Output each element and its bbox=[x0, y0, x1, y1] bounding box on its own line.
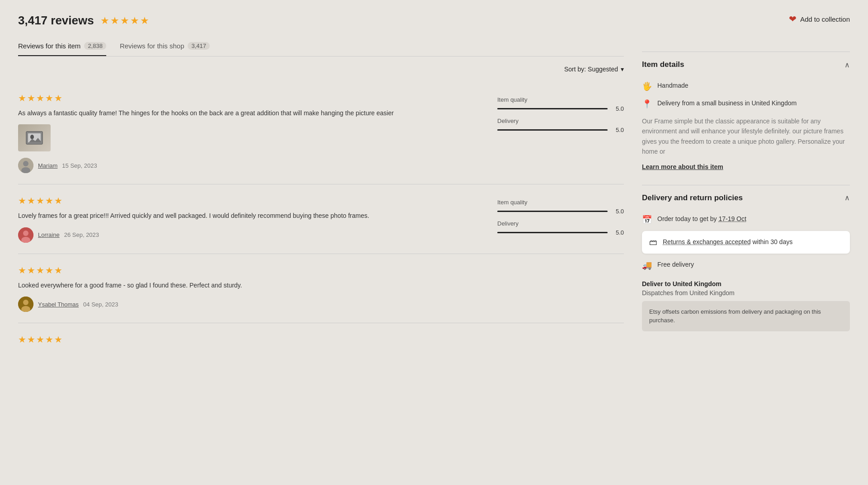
delivery-score: 5.0 bbox=[613, 127, 624, 133]
free-delivery-item: 🚚 Free delivery bbox=[642, 256, 850, 274]
review-2-avatar bbox=[18, 227, 33, 243]
item-description: Our Frame simple but the classic appeara… bbox=[642, 116, 850, 157]
item-details-header[interactable]: Item details ∧ bbox=[642, 52, 850, 77]
review-1-text: As always a fantastic quality frame! The… bbox=[18, 108, 479, 118]
review-2-delivery-row: Delivery 5.0 bbox=[497, 220, 624, 236]
r2-star5-icon: ★ bbox=[54, 195, 62, 206]
star-4-icon: ★ bbox=[130, 15, 139, 27]
sort-bar: Sort by: Suggested ▾ bbox=[18, 66, 624, 73]
order-today-text: Order today to get by 17-19 Oct bbox=[657, 214, 746, 224]
star-5-icon: ★ bbox=[140, 15, 149, 27]
delivery-chevron-icon: ∧ bbox=[844, 193, 850, 202]
delivery-bar-fill bbox=[497, 129, 608, 131]
item-quality-bar-fill bbox=[497, 108, 608, 109]
item-details-section: Item details ∧ 🖐 Handmade 📍 Delivery fro… bbox=[642, 52, 850, 180]
tab-shop-badge: 3,417 bbox=[188, 42, 210, 50]
review-1-delivery-row: Delivery 5.0 bbox=[497, 118, 624, 133]
review-1-author-row: Mariam 15 Sep, 2023 bbox=[18, 158, 479, 173]
order-date[interactable]: 17-19 Oct bbox=[718, 215, 746, 222]
delivery-policies-section: Delivery and return policies ∧ 📅 Order t… bbox=[642, 185, 850, 339]
item-quality-score: 5.0 bbox=[613, 105, 624, 112]
deliver-to-label: Deliver to United Kingdom bbox=[642, 280, 850, 287]
add-to-collection-button[interactable]: ❤ Add to collection bbox=[789, 14, 850, 24]
star-1-icon: ★ bbox=[100, 15, 109, 27]
review-3-author[interactable]: Ysabel Thomas bbox=[38, 301, 79, 308]
item-details-chevron-icon: ∧ bbox=[844, 61, 850, 69]
dispatches-from: Dispatches from United Kingdom bbox=[642, 289, 850, 297]
delivery-destination: Deliver to United Kingdom Dispatches fro… bbox=[642, 274, 850, 335]
review-item-4: ★ ★ ★ ★ ★ bbox=[18, 323, 624, 360]
returns-highlighted-box: 🗃 Returns & exchanges accepted within 30… bbox=[642, 231, 850, 254]
free-delivery-text: Free delivery bbox=[657, 260, 694, 269]
tab-item-badge: 2,838 bbox=[84, 42, 106, 50]
handmade-icon: 🖐 bbox=[642, 81, 652, 91]
delivery-from-text: Delivery from a small business in United… bbox=[657, 99, 797, 108]
truck-icon: 🚚 bbox=[642, 260, 652, 270]
reviews-count-title: 3,417 reviews bbox=[18, 14, 94, 28]
delivery-policies-body: 📅 Order today to get by 17-19 Oct 🗃 Retu… bbox=[642, 211, 850, 339]
review-1-stars: ★ ★ ★ ★ ★ bbox=[18, 93, 479, 104]
tabs-bar: Reviews for this item 2,838 Reviews for … bbox=[18, 37, 624, 57]
returns-link[interactable]: Returns & exchanges accepted bbox=[663, 238, 751, 245]
r2-item-quality-label: Item quality bbox=[497, 199, 624, 206]
r4-star3-icon: ★ bbox=[36, 334, 44, 345]
review-item-1: ★ ★ ★ ★ ★ As always a fantastic quality … bbox=[18, 82, 624, 184]
r2-star4-icon: ★ bbox=[45, 195, 53, 206]
r1-star2-icon: ★ bbox=[27, 93, 35, 104]
r4-star1-icon: ★ bbox=[18, 334, 26, 345]
review-1-item-quality-row: Item quality 5.0 bbox=[497, 96, 624, 112]
review-3-author-row: Ysabel Thomas 04 Sep, 2023 bbox=[18, 297, 479, 312]
review-1-quality: Item quality 5.0 Delivery bbox=[497, 93, 624, 173]
r4-star5-icon: ★ bbox=[54, 334, 62, 345]
r3-star1-icon: ★ bbox=[18, 265, 26, 276]
sort-label: Sort by: Suggested bbox=[564, 66, 618, 73]
r1-star4-icon: ★ bbox=[45, 93, 53, 104]
calendar-icon: 📅 bbox=[642, 215, 652, 225]
handmade-item: 🖐 Handmade bbox=[642, 77, 850, 95]
delivery-policies-header[interactable]: Delivery and return policies ∧ bbox=[642, 185, 850, 211]
delivery-from-item: 📍 Delivery from a small business in Unit… bbox=[642, 95, 850, 113]
r4-star4-icon: ★ bbox=[45, 334, 53, 345]
r2-delivery-bar-fill bbox=[497, 232, 608, 233]
item-details-body: 🖐 Handmade 📍 Delivery from a small busin… bbox=[642, 77, 850, 180]
r1-star1-icon: ★ bbox=[18, 93, 26, 104]
review-4-stars: ★ ★ ★ ★ ★ bbox=[18, 334, 624, 345]
review-3-text: Looked everywhere for a good frame - so … bbox=[18, 280, 479, 290]
review-2-stars: ★ ★ ★ ★ ★ bbox=[18, 195, 479, 206]
r2-delivery-score: 5.0 bbox=[613, 229, 624, 236]
svg-point-10 bbox=[23, 300, 28, 305]
heart-icon: ❤ bbox=[789, 14, 797, 24]
tab-reviews-shop[interactable]: Reviews for this shop 3,417 bbox=[120, 37, 210, 56]
item-quality-label: Item quality bbox=[497, 96, 624, 103]
r2-delivery-label: Delivery bbox=[497, 220, 624, 227]
avatar-ysabel-icon bbox=[18, 297, 33, 312]
review-3-quality bbox=[497, 265, 624, 312]
sort-button[interactable]: Sort by: Suggested ▾ bbox=[564, 66, 624, 73]
r4-star2-icon: ★ bbox=[27, 334, 35, 345]
review-item-3: ★ ★ ★ ★ ★ Looked everywhere for a good f… bbox=[18, 254, 624, 323]
tab-shop-label: Reviews for this shop bbox=[120, 42, 184, 50]
review-2-author[interactable]: Lorraine bbox=[38, 231, 60, 238]
learn-more-link[interactable]: Learn more about this item bbox=[642, 163, 723, 170]
r3-star4-icon: ★ bbox=[45, 265, 53, 276]
avatar-lorraine-icon bbox=[18, 227, 33, 243]
review-2-text: Lovely frames for a great price!!! Arriv… bbox=[18, 211, 479, 221]
review-1-author[interactable]: Mariam bbox=[38, 162, 57, 169]
r3-star3-icon: ★ bbox=[36, 265, 44, 276]
r1-star5-icon: ★ bbox=[54, 93, 62, 104]
tab-item-label: Reviews for this item bbox=[18, 42, 80, 50]
r2-item-quality-score: 5.0 bbox=[613, 208, 624, 215]
r2-star3-icon: ★ bbox=[36, 195, 44, 206]
tab-reviews-item[interactable]: Reviews for this item 2,838 bbox=[18, 37, 106, 56]
item-quality-bar-bg bbox=[497, 108, 608, 109]
review-3-avatar bbox=[18, 297, 33, 312]
location-icon: 📍 bbox=[642, 99, 652, 109]
star-2-icon: ★ bbox=[110, 15, 119, 27]
review-2-quality: Item quality 5.0 Delivery bbox=[497, 195, 624, 242]
r1-star3-icon: ★ bbox=[36, 93, 44, 104]
review-2-item-quality-row: Item quality 5.0 bbox=[497, 199, 624, 215]
review-1-image[interactable] bbox=[18, 124, 51, 151]
review-3-date: 04 Sep, 2023 bbox=[83, 301, 118, 308]
r2-item-quality-bar-bg bbox=[497, 211, 608, 212]
svg-point-2 bbox=[30, 135, 34, 139]
